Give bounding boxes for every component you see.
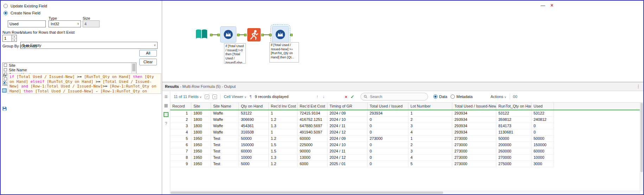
data-radio[interactable]: Data (433, 95, 447, 99)
table-row[interactable]: 51950Test500001.2600002024 / 09273000127… (170, 136, 643, 142)
input-anchor-icon[interactable] (217, 34, 220, 36)
values-for-rows-select[interactable]: 0 or Empty ∨ (20, 42, 158, 49)
arrow-down-icon[interactable]: ↓ (323, 94, 325, 99)
column-header[interactable]: Lot Number (408, 103, 452, 110)
minimize-button[interactable]: — (541, 3, 545, 8)
radio-unselected-icon[interactable] (451, 95, 455, 99)
column-header[interactable]: Timing of GR (327, 103, 368, 110)
table-row[interactable]: 91950Test50001.260002025 / 0105273000275… (170, 161, 643, 167)
horizontal-scrollbar[interactable] (170, 191, 640, 194)
tool-multi-row-formula-1[interactable] (220, 26, 236, 43)
group-by-item[interactable]: Site Name (3, 67, 136, 72)
column-header[interactable]: Total Used / Issued (368, 103, 408, 110)
connection-wire[interactable] (212, 34, 217, 35)
radio-unselected-icon[interactable] (4, 4, 8, 8)
table-cell: 3 (170, 123, 191, 129)
table-cell: 1.5 (269, 142, 298, 148)
output-anchor-icon[interactable] (210, 34, 212, 36)
column-header[interactable]: RunTot_Qty on Hand (496, 103, 531, 110)
output-anchor-icon[interactable] (237, 34, 240, 36)
output-anchor-icon[interactable] (290, 34, 293, 36)
radio-selected-icon[interactable] (433, 95, 438, 99)
radio-selected-icon[interactable] (4, 11, 8, 15)
actions-dropdown[interactable]: Actions∨ (491, 95, 506, 99)
column-header[interactable]: Site Name (211, 103, 239, 110)
connection-wire[interactable] (240, 34, 244, 35)
column-header[interactable]: Used (531, 103, 554, 110)
deselect-fields-icon[interactable]: × (212, 95, 217, 99)
table-cell: 150000 (239, 142, 269, 148)
cell-viewer-dropdown[interactable]: Cell Viewer∨ (224, 95, 246, 99)
table-cell: 4 (170, 129, 191, 136)
messages-view-icon[interactable]: ≣ (164, 95, 168, 99)
expression-editor[interactable]: if [Total Used / Issued-New] >= [RunTot_… (8, 73, 161, 94)
expression-token: elseif (31, 79, 47, 84)
group-by-item[interactable]: Site (3, 63, 136, 67)
kebab-menu-icon[interactable]: ⋮ (636, 84, 640, 89)
close-button[interactable]: × (550, 2, 553, 8)
column-header[interactable]: Rec'd Inv Cost (269, 103, 298, 110)
new-field-name-input[interactable] (8, 20, 46, 27)
table-row[interactable]: 11800Waffe53122172415.91042024 / 0929393… (170, 110, 643, 117)
table-cell: 1950 (191, 148, 211, 155)
save-expression-icon[interactable] (2, 106, 7, 111)
functions-icon[interactable]: fx (2, 73, 6, 78)
spinner-up-icon[interactable]: ▴ (12, 35, 17, 39)
tool-annotation[interactable]: if [Total Used / Issued] !=0 then [Total… (224, 43, 246, 64)
column-header[interactable]: Site (191, 103, 211, 110)
arrow-up-icon[interactable]: ↑ (316, 94, 318, 99)
fields-dropdown-label: 11 of 11 Fields (174, 95, 199, 99)
num-rows-input[interactable] (2, 35, 12, 42)
output-anchor-icon[interactable] (261, 34, 264, 36)
whitespace-toggle-icon[interactable]: ¶ (250, 95, 252, 99)
tool-input-data[interactable] (194, 27, 209, 43)
cancel-icon[interactable]: × (345, 94, 347, 99)
column-header[interactable]: Qty on Hand (239, 103, 269, 110)
search-input[interactable] (369, 94, 425, 99)
table-row[interactable]: 61950Test1500001.52250002024 / 100227300… (170, 142, 643, 148)
column-header[interactable]: Record (170, 103, 191, 110)
help-icon[interactable]: ? (165, 122, 167, 126)
num-rows-spinner[interactable]: ▴ ▾ (2, 35, 17, 42)
clear-button[interactable]: Clear (139, 59, 157, 65)
create-new-field-radio[interactable]: Create New Field (4, 11, 40, 15)
checkbox-unchecked-icon[interactable] (4, 68, 7, 71)
vertical-scrollbar[interactable] (640, 103, 643, 191)
table-row[interactable]: 41800Waffe3165081491940.50972024 / 12042… (170, 129, 643, 136)
spinner-down-icon[interactable]: ▾ (12, 39, 17, 42)
variables-icon[interactable]: X (3, 80, 6, 85)
spinner-buttons[interactable]: ▴ ▾ (12, 35, 17, 42)
table-row[interactable]: 71950Test600001.5900002024 / 11032730002… (170, 148, 643, 155)
results-panel: Results - Multi-Row Formula (5) - Output… (162, 82, 643, 194)
type-select[interactable]: Int32 ∨ (49, 20, 81, 27)
checkbox-unchecked-icon[interactable] (4, 64, 7, 67)
scrollbar-thumb[interactable] (640, 103, 643, 172)
tool-test-message[interactable] (247, 28, 261, 41)
column-header[interactable]: Total Used / Issued-New (452, 103, 496, 110)
scrollbar-thumb[interactable] (132, 64, 135, 71)
connection-wire[interactable] (264, 34, 269, 35)
table-cell: 454361 (239, 123, 269, 129)
data-view-icon[interactable] (164, 112, 168, 117)
table-row[interactable]: 21800Waffe3066901.2416752.12512024 / 100… (170, 117, 643, 123)
input-anchor-icon[interactable] (269, 34, 272, 36)
search-box[interactable] (361, 93, 428, 100)
fields-dropdown[interactable]: 11 of 11 Fields∨ (174, 95, 202, 99)
table-cell: 2024 / 09 (327, 110, 368, 117)
tool-annotation[interactable]: if [Total Used / Issued-New] >= [RunTot_… (269, 42, 299, 63)
input-anchor-icon[interactable] (244, 34, 247, 36)
grid-view-icon[interactable]: ▦ (164, 103, 168, 108)
update-existing-field-radio[interactable]: Update Existing Field (4, 4, 47, 8)
tool-multi-row-formula-2-selected[interactable] (272, 26, 289, 43)
select-fields-icon[interactable]: ✓ (205, 95, 209, 99)
metadata-radio[interactable]: Metadata (451, 95, 473, 99)
scrollbar-thumb[interactable] (171, 191, 443, 194)
table-row[interactable]: 31800Waffe4543611.3647880.56972024 / 110… (170, 123, 643, 129)
all-button[interactable]: All (139, 50, 157, 57)
workflow-canvas[interactable]: — × (162, 1, 643, 82)
apply-icon[interactable]: ✓ (351, 94, 355, 99)
columns-icon[interactable] (2, 88, 7, 93)
table-row[interactable]: 81950Test100001.3130002024 / 12042730002… (170, 155, 643, 161)
table-cell: 293934 (368, 110, 408, 117)
column-header[interactable]: Rec'd Ext Cost (298, 103, 327, 110)
